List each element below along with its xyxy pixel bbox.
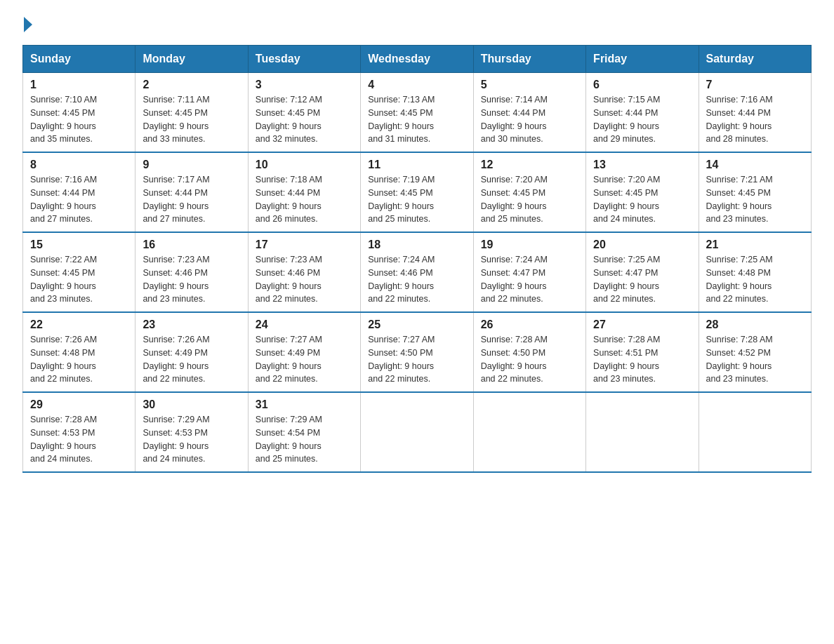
day-info: Sunrise: 7:23 AMSunset: 4:46 PMDaylight:…: [143, 255, 209, 304]
day-number: 12: [481, 159, 578, 171]
day-number: 13: [593, 159, 691, 171]
day-info: Sunrise: 7:11 AMSunset: 4:45 PMDaylight:…: [143, 95, 209, 144]
calendar-header-friday: Friday: [586, 46, 699, 73]
calendar-header-monday: Monday: [135, 46, 248, 73]
calendar-header-thursday: Thursday: [473, 46, 585, 73]
day-info: Sunrise: 7:28 AMSunset: 4:50 PMDaylight:…: [481, 335, 548, 384]
day-number: 24: [256, 318, 353, 331]
logo-triangle-icon: [24, 17, 32, 32]
calendar-cell: 26 Sunrise: 7:28 AMSunset: 4:50 PMDaylig…: [473, 312, 585, 392]
day-info: Sunrise: 7:25 AMSunset: 4:48 PMDaylight:…: [706, 255, 773, 304]
day-info: Sunrise: 7:13 AMSunset: 4:45 PMDaylight:…: [368, 95, 435, 144]
calendar-cell: 5 Sunrise: 7:14 AMSunset: 4:44 PMDayligh…: [473, 73, 585, 153]
day-info: Sunrise: 7:18 AMSunset: 4:44 PMDaylight:…: [256, 175, 322, 224]
day-info: Sunrise: 7:26 AMSunset: 4:48 PMDaylight:…: [30, 335, 97, 384]
day-number: 2: [143, 79, 240, 91]
day-info: Sunrise: 7:29 AMSunset: 4:54 PMDaylight:…: [256, 415, 322, 464]
calendar-cell: 8 Sunrise: 7:16 AMSunset: 4:44 PMDayligh…: [23, 152, 135, 232]
calendar-cell: 13 Sunrise: 7:20 AMSunset: 4:45 PMDaylig…: [586, 152, 699, 232]
day-number: 17: [256, 239, 353, 251]
calendar-cell: [586, 392, 699, 472]
page-header: [22, 17, 812, 32]
day-info: Sunrise: 7:28 AMSunset: 4:52 PMDaylight:…: [706, 335, 773, 384]
calendar-week-row: 22 Sunrise: 7:26 AMSunset: 4:48 PMDaylig…: [23, 312, 812, 392]
calendar-cell: [699, 392, 811, 472]
day-info: Sunrise: 7:12 AMSunset: 4:45 PMDaylight:…: [256, 95, 322, 144]
day-info: Sunrise: 7:28 AMSunset: 4:51 PMDaylight:…: [593, 335, 660, 384]
day-number: 5: [481, 79, 578, 91]
day-number: 16: [143, 239, 240, 251]
day-info: Sunrise: 7:17 AMSunset: 4:44 PMDaylight:…: [143, 175, 209, 224]
day-number: 10: [256, 159, 353, 171]
day-info: Sunrise: 7:25 AMSunset: 4:47 PMDaylight:…: [593, 255, 660, 304]
day-number: 3: [256, 79, 353, 91]
day-info: Sunrise: 7:28 AMSunset: 4:53 PMDaylight:…: [30, 415, 97, 464]
calendar-cell: 19 Sunrise: 7:24 AMSunset: 4:47 PMDaylig…: [473, 232, 585, 312]
calendar-week-row: 1 Sunrise: 7:10 AMSunset: 4:45 PMDayligh…: [23, 73, 812, 153]
day-number: 7: [706, 79, 804, 91]
day-info: Sunrise: 7:23 AMSunset: 4:46 PMDaylight:…: [256, 255, 322, 304]
calendar-cell: 1 Sunrise: 7:10 AMSunset: 4:45 PMDayligh…: [23, 73, 135, 153]
day-number: 11: [368, 159, 465, 171]
day-number: 18: [368, 239, 465, 251]
day-number: 31: [256, 398, 353, 411]
calendar-cell: 18 Sunrise: 7:24 AMSunset: 4:46 PMDaylig…: [361, 232, 473, 312]
calendar-table: SundayMondayTuesdayWednesdayThursdayFrid…: [22, 45, 812, 473]
calendar-cell: 15 Sunrise: 7:22 AMSunset: 4:45 PMDaylig…: [23, 232, 135, 312]
day-number: 22: [30, 318, 128, 331]
calendar-cell: 16 Sunrise: 7:23 AMSunset: 4:46 PMDaylig…: [135, 232, 248, 312]
calendar-cell: 10 Sunrise: 7:18 AMSunset: 4:44 PMDaylig…: [248, 152, 360, 232]
day-number: 1: [30, 79, 128, 91]
calendar-header-saturday: Saturday: [699, 46, 811, 73]
calendar-cell: 3 Sunrise: 7:12 AMSunset: 4:45 PMDayligh…: [248, 73, 360, 153]
calendar-header-sunday: Sunday: [23, 46, 135, 73]
day-info: Sunrise: 7:16 AMSunset: 4:44 PMDaylight:…: [706, 95, 773, 144]
calendar-cell: 2 Sunrise: 7:11 AMSunset: 4:45 PMDayligh…: [135, 73, 248, 153]
day-info: Sunrise: 7:15 AMSunset: 4:44 PMDaylight:…: [593, 95, 660, 144]
calendar-cell: 9 Sunrise: 7:17 AMSunset: 4:44 PMDayligh…: [135, 152, 248, 232]
calendar-week-row: 29 Sunrise: 7:28 AMSunset: 4:53 PMDaylig…: [23, 392, 812, 472]
calendar-cell: 11 Sunrise: 7:19 AMSunset: 4:45 PMDaylig…: [361, 152, 473, 232]
calendar-cell: 27 Sunrise: 7:28 AMSunset: 4:51 PMDaylig…: [586, 312, 699, 392]
day-number: 29: [30, 398, 128, 411]
day-number: 25: [368, 318, 465, 331]
calendar-cell: 4 Sunrise: 7:13 AMSunset: 4:45 PMDayligh…: [361, 73, 473, 153]
day-info: Sunrise: 7:24 AMSunset: 4:47 PMDaylight:…: [481, 255, 548, 304]
day-number: 23: [143, 318, 240, 331]
day-info: Sunrise: 7:26 AMSunset: 4:49 PMDaylight:…: [143, 335, 209, 384]
day-number: 30: [143, 398, 240, 411]
day-number: 9: [143, 159, 240, 171]
calendar-cell: 20 Sunrise: 7:25 AMSunset: 4:47 PMDaylig…: [586, 232, 699, 312]
calendar-cell: 7 Sunrise: 7:16 AMSunset: 4:44 PMDayligh…: [699, 73, 811, 153]
day-info: Sunrise: 7:19 AMSunset: 4:45 PMDaylight:…: [368, 175, 435, 224]
day-info: Sunrise: 7:27 AMSunset: 4:49 PMDaylight:…: [256, 335, 322, 384]
calendar-cell: 14 Sunrise: 7:21 AMSunset: 4:45 PMDaylig…: [699, 152, 811, 232]
day-info: Sunrise: 7:21 AMSunset: 4:45 PMDaylight:…: [706, 175, 773, 224]
calendar-cell: 31 Sunrise: 7:29 AMSunset: 4:54 PMDaylig…: [248, 392, 360, 472]
calendar-cell: [473, 392, 585, 472]
day-info: Sunrise: 7:20 AMSunset: 4:45 PMDaylight:…: [481, 175, 548, 224]
day-info: Sunrise: 7:14 AMSunset: 4:44 PMDaylight:…: [481, 95, 548, 144]
day-info: Sunrise: 7:27 AMSunset: 4:50 PMDaylight:…: [368, 335, 435, 384]
day-number: 15: [30, 239, 128, 251]
calendar-cell: 25 Sunrise: 7:27 AMSunset: 4:50 PMDaylig…: [361, 312, 473, 392]
calendar-cell: [361, 392, 473, 472]
day-number: 21: [706, 239, 804, 251]
day-number: 14: [706, 159, 804, 171]
calendar-cell: 29 Sunrise: 7:28 AMSunset: 4:53 PMDaylig…: [23, 392, 135, 472]
calendar-cell: 17 Sunrise: 7:23 AMSunset: 4:46 PMDaylig…: [248, 232, 360, 312]
day-number: 26: [481, 318, 578, 331]
day-number: 4: [368, 79, 465, 91]
calendar-cell: 28 Sunrise: 7:28 AMSunset: 4:52 PMDaylig…: [699, 312, 811, 392]
logo: [22, 17, 34, 32]
calendar-week-row: 15 Sunrise: 7:22 AMSunset: 4:45 PMDaylig…: [23, 232, 812, 312]
calendar-cell: 6 Sunrise: 7:15 AMSunset: 4:44 PMDayligh…: [586, 73, 699, 153]
calendar-header-row: SundayMondayTuesdayWednesdayThursdayFrid…: [23, 46, 812, 73]
day-info: Sunrise: 7:16 AMSunset: 4:44 PMDaylight:…: [30, 175, 97, 224]
day-number: 28: [706, 318, 804, 331]
calendar-cell: 22 Sunrise: 7:26 AMSunset: 4:48 PMDaylig…: [23, 312, 135, 392]
day-info: Sunrise: 7:20 AMSunset: 4:45 PMDaylight:…: [593, 175, 660, 224]
day-number: 20: [593, 239, 691, 251]
day-number: 27: [593, 318, 691, 331]
day-info: Sunrise: 7:22 AMSunset: 4:45 PMDaylight:…: [30, 255, 97, 304]
